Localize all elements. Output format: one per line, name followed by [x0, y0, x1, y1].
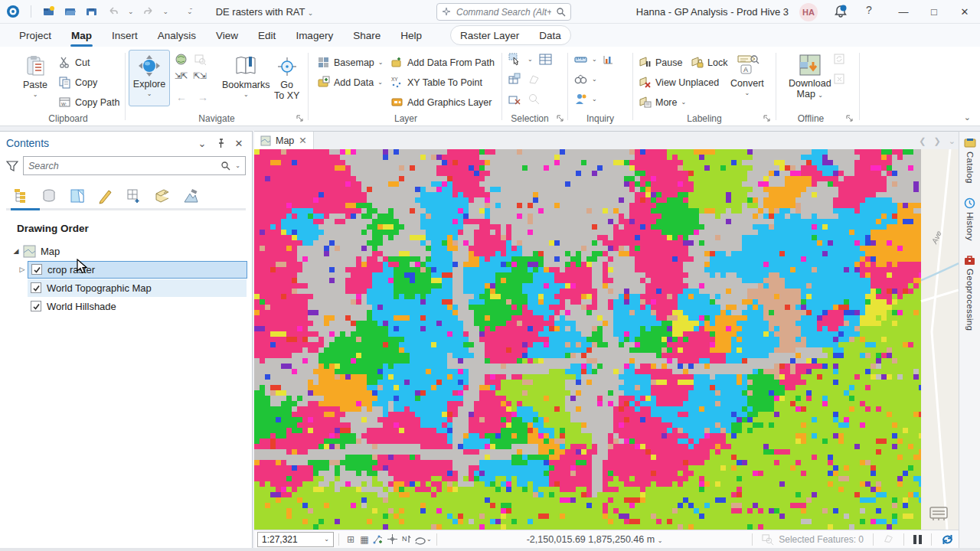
tab-list-by-data-source[interactable]	[39, 186, 59, 206]
download-map-button[interactable]: DownloadMap ⌄	[784, 50, 836, 103]
undo-icon[interactable]	[106, 5, 120, 18]
new-project-icon[interactable]	[42, 5, 56, 18]
explore-tool-person-icon[interactable]	[574, 93, 587, 106]
expand-icon[interactable]: ▷	[17, 266, 28, 273]
pane-options-chevron-icon[interactable]: ⌄	[195, 136, 209, 150]
tab-data[interactable]: Data	[537, 28, 563, 43]
labeling-dialog-launcher-icon[interactable]	[763, 114, 772, 123]
paste-button[interactable]: Paste ⌄	[18, 51, 52, 101]
filter-icon[interactable]	[6, 160, 18, 172]
copy-path-button[interactable]: W: Copy Path	[58, 93, 119, 112]
minimize-button[interactable]: —	[888, 0, 919, 24]
map-viewport[interactable]	[254, 149, 959, 530]
select-tool-button[interactable]: ⌄	[508, 53, 552, 66]
tab-help[interactable]: Help	[394, 26, 429, 45]
more-labeling-button[interactable]: More⌄	[639, 93, 686, 112]
scroll-tabs-left-icon[interactable]: ❮	[919, 136, 926, 146]
dock-tab-catalog[interactable]: Catalog	[959, 132, 980, 191]
bookmarks-button[interactable]: Bookmarks ⌄	[217, 51, 275, 101]
fixed-zoom-icons[interactable]: ⇲⇱⇱⇲	[175, 71, 206, 81]
explore-button[interactable]: Explore ⌄	[129, 50, 170, 106]
snapping-icon[interactable]	[371, 533, 385, 546]
rotate-view-icon[interactable]	[413, 533, 426, 546]
navigate-dialog-launcher-icon[interactable]	[296, 114, 305, 123]
measure-dropdown-icon[interactable]: ⌄	[592, 56, 597, 63]
collapse-icon[interactable]: ◢	[11, 247, 21, 255]
tab-view[interactable]: View	[209, 26, 245, 45]
grid-icon[interactable]: ▦	[358, 533, 371, 546]
go-to-xy-button[interactable]: GoTo XY	[270, 51, 304, 105]
full-extent-icon[interactable]	[175, 53, 188, 66]
select-by-attributes-icon[interactable]	[508, 73, 521, 86]
redo-icon[interactable]	[142, 5, 155, 18]
pin-icon[interactable]	[214, 136, 227, 150]
maximize-button[interactable]: □	[919, 0, 949, 24]
view-unplaced-button[interactable]: View Unplaced	[639, 73, 719, 92]
zoom-to-selection-icon[interactable]	[194, 53, 207, 66]
previous-extent-icon[interactable]: ←	[176, 91, 187, 103]
layer-visibility-checkbox[interactable]	[31, 282, 41, 293]
locate-dropdown-icon[interactable]: ⌄	[592, 76, 597, 83]
locate-binoculars-icon[interactable]	[574, 73, 587, 86]
tab-map[interactable]: Map	[64, 26, 99, 45]
pause-drawing-icon[interactable]	[913, 535, 922, 544]
next-extent-icon[interactable]: →	[198, 91, 208, 103]
layer-visibility-checkbox[interactable]	[31, 301, 41, 311]
infographics-icon[interactable]	[602, 53, 615, 66]
offline-dialog-launcher-icon[interactable]	[845, 114, 854, 123]
dock-tab-geoprocessing[interactable]: Geoprocessing	[959, 249, 980, 338]
convert-labels-button[interactable]: A Convert ⌄	[726, 50, 769, 99]
tab-edit[interactable]: Edit	[251, 26, 283, 45]
person-dropdown-icon[interactable]: ⌄	[592, 96, 597, 103]
close-button[interactable]: ✕	[949, 0, 980, 24]
add-graphics-layer-button[interactable]: Add Graphics Layer	[390, 93, 492, 112]
refresh-icon[interactable]	[941, 533, 954, 546]
project-name[interactable]: DE rasters with RAT ⌄	[216, 6, 314, 18]
close-pane-icon[interactable]: ✕	[232, 136, 246, 150]
crosshair-icon[interactable]	[385, 533, 399, 546]
north-arrow-icon[interactable]: N	[399, 533, 413, 546]
tab-list-by-snapping[interactable]	[124, 186, 144, 206]
tab-share[interactable]: Share	[346, 26, 387, 45]
redo-dropdown-icon[interactable]: ⌄	[163, 8, 169, 15]
search-options-chevron-icon[interactable]: ⌄	[235, 162, 240, 169]
tab-imagery[interactable]: Imagery	[289, 26, 340, 45]
save-project-icon[interactable]	[85, 5, 99, 18]
add-data-from-path-button[interactable]: Add Data From Path	[390, 53, 495, 72]
command-search-input[interactable]: Command Search (Alt+Q)	[436, 3, 571, 21]
tree-item-crop-raster[interactable]: ▷ crop raster	[0, 260, 252, 279]
selection-dialog-launcher-icon[interactable]	[556, 114, 565, 123]
status-tools-chevron-icon[interactable]: ⌄	[426, 536, 432, 543]
tab-list-by-drawing-order[interactable]	[11, 186, 31, 206]
layer-visibility-checkbox[interactable]	[31, 264, 42, 275]
tab-project[interactable]: Project	[12, 26, 58, 45]
zoom-to-selected-icon[interactable]	[528, 93, 541, 106]
tree-item-world-hillshade[interactable]: World Hillshade	[0, 297, 252, 315]
tab-analysis[interactable]: Analysis	[151, 26, 203, 45]
avatar[interactable]: HA	[799, 3, 818, 21]
tree-item-map[interactable]: ◢ Map	[0, 242, 252, 260]
crop-raster-canvas[interactable]	[254, 149, 959, 530]
attribute-table-icon[interactable]	[539, 53, 552, 66]
scroll-tabs-right-icon[interactable]: ❯	[934, 136, 941, 146]
tab-list-by-selection[interactable]	[67, 186, 87, 206]
cut-button[interactable]: Cut	[58, 53, 90, 72]
collapse-ribbon-icon[interactable]: ⌄	[964, 112, 971, 122]
tab-raster-layer[interactable]: Raster Layer	[459, 28, 521, 43]
map-view-tab[interactable]: Map ✕	[254, 132, 314, 150]
tree-item-world-topographic-map[interactable]: World Topographic Map	[0, 279, 252, 297]
close-map-tab-icon[interactable]: ✕	[299, 135, 306, 146]
dock-tab-history[interactable]: History	[959, 191, 980, 249]
coordinate-readout[interactable]: -2,150,015.69 1,875,250.46 m ⌄	[442, 534, 748, 545]
copy-button[interactable]: Copy	[58, 73, 97, 92]
help-icon[interactable]: ?	[861, 4, 877, 19]
notifications-bell-icon[interactable]	[833, 4, 848, 19]
tab-insert[interactable]: Insert	[105, 26, 145, 45]
open-project-icon[interactable]	[64, 5, 77, 18]
measure-icon[interactable]	[574, 53, 587, 66]
scale-combobox[interactable]: 1:27,321 ⌄	[257, 532, 334, 547]
map-attribution-icon[interactable]	[929, 507, 949, 522]
select-by-location-icon[interactable]	[528, 73, 541, 86]
add-data-button[interactable]: Add Data⌄	[317, 73, 383, 92]
customize-quick-access-icon[interactable]: ⌄̄	[187, 8, 193, 15]
